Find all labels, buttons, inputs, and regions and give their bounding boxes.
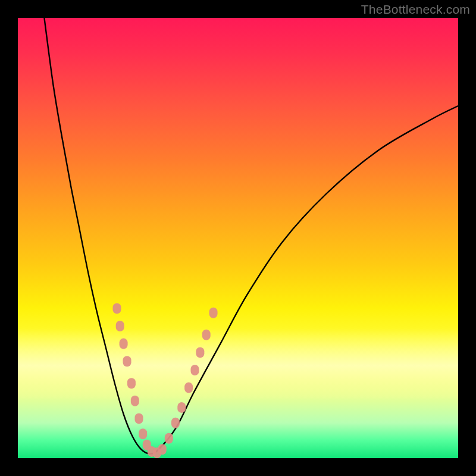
svg-rect-6 — [135, 413, 143, 424]
marker-point — [177, 402, 186, 413]
svg-rect-15 — [184, 383, 193, 393]
svg-rect-0 — [113, 303, 121, 314]
svg-rect-11 — [158, 444, 167, 455]
marker-point — [165, 433, 173, 444]
svg-rect-4 — [127, 378, 136, 389]
svg-rect-17 — [196, 347, 204, 358]
marker-point — [184, 383, 193, 393]
curve-markers — [113, 303, 218, 458]
curve-svg — [18, 18, 458, 458]
svg-rect-18 — [202, 330, 211, 340]
svg-rect-1 — [116, 321, 124, 331]
marker-point — [171, 418, 180, 428]
marker-point — [120, 339, 128, 349]
bottleneck-curve — [44, 18, 458, 454]
svg-rect-14 — [177, 402, 186, 413]
marker-point — [127, 378, 136, 389]
plot-area — [18, 18, 458, 458]
marker-point — [139, 428, 147, 439]
marker-point — [113, 303, 121, 314]
chart-frame: TheBottleneck.com — [0, 0, 476, 476]
marker-point — [158, 444, 167, 455]
svg-rect-3 — [123, 356, 131, 367]
svg-rect-12 — [165, 433, 173, 444]
svg-rect-13 — [171, 418, 180, 428]
svg-rect-19 — [209, 308, 218, 318]
svg-rect-5 — [131, 396, 139, 406]
marker-point — [196, 347, 204, 358]
svg-rect-2 — [120, 339, 128, 349]
marker-point — [202, 330, 211, 340]
marker-point — [190, 365, 199, 375]
marker-point — [116, 321, 124, 331]
svg-rect-7 — [139, 428, 147, 439]
watermark-text: TheBottleneck.com — [361, 2, 470, 17]
marker-point — [131, 396, 139, 406]
marker-point — [209, 308, 218, 318]
svg-rect-16 — [190, 365, 199, 375]
marker-point — [123, 356, 131, 367]
marker-point — [135, 413, 143, 424]
